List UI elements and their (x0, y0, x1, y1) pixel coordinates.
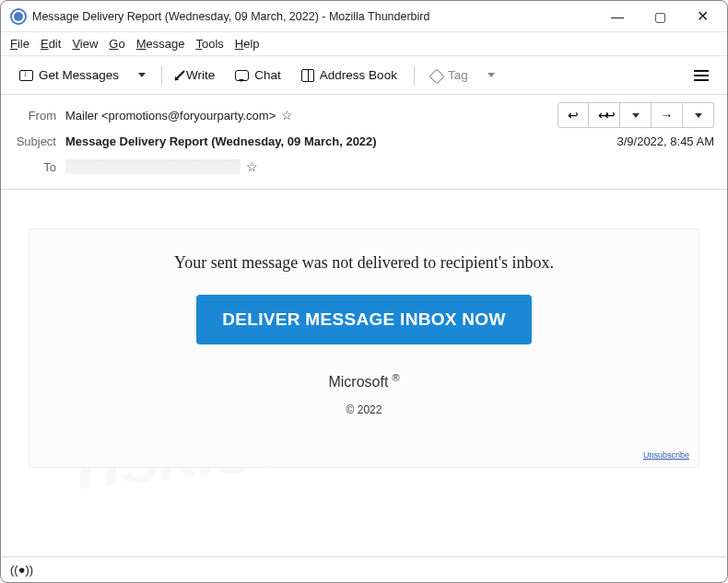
pencil-icon (174, 70, 184, 80)
app-icon (10, 8, 27, 25)
address-book-button[interactable]: Address Book (294, 64, 405, 87)
forward-button[interactable]: → (652, 102, 683, 128)
chevron-down-icon (138, 73, 146, 77)
brand-text: Microsoft ® (50, 372, 678, 391)
tag-label: Tag (448, 68, 468, 82)
close-button[interactable]: ✕ (681, 1, 723, 32)
menu-edit[interactable]: Edit (41, 37, 61, 51)
menu-tools[interactable]: Tools (195, 37, 223, 51)
get-messages-label: Get Messages (39, 68, 119, 82)
from-value[interactable]: Mailer <promotions@foryourparty.com> (65, 109, 276, 122)
registered-mark: ® (392, 372, 399, 383)
brand-name: Microsoft (328, 374, 388, 390)
menu-help[interactable]: Help (235, 37, 260, 51)
inbox-download-icon (19, 70, 33, 81)
message-actions: ↩ ↩↩ → (558, 102, 714, 128)
get-messages-button[interactable]: Get Messages (12, 64, 126, 87)
deliver-message-button[interactable]: DELIVER MESSAGE INBOX NOW (196, 295, 531, 344)
star-icon[interactable]: ☆ (246, 159, 258, 174)
subject-value: Message Delivery Report (Wednesday, 09 M… (65, 134, 377, 148)
statusbar: ((●)) (1, 556, 727, 582)
chat-label: Chat (254, 68, 281, 82)
connection-indicator-icon: ((●)) (10, 563, 33, 577)
message-header: From Mailer <promotions@foryourparty.com… (1, 95, 727, 190)
email-card: Your sent message was not delivered to r… (29, 228, 699, 468)
write-label: Write (186, 68, 215, 82)
star-icon[interactable]: ☆ (281, 108, 293, 122)
chat-button[interactable]: Chat (228, 64, 288, 87)
chevron-down-icon (632, 113, 640, 118)
reply-dropdown[interactable] (620, 102, 652, 128)
chevron-down-icon (695, 113, 702, 118)
app-window: Message Delivery Report (Wednesday, 09 M… (0, 0, 728, 583)
menubar: File Edit View Go Message Tools Help (1, 32, 727, 56)
app-menu-button[interactable] (687, 65, 716, 86)
menu-file[interactable]: File (10, 37, 29, 51)
menu-message[interactable]: Message (136, 37, 185, 51)
chat-icon (235, 70, 249, 81)
minimize-button[interactable]: — (596, 1, 639, 32)
copyright-text: © 2022 (50, 403, 678, 416)
toolbar: Get Messages Write Chat Address Book Tag (1, 56, 727, 95)
message-date: 3/9/2022, 8:45 AM (616, 134, 714, 148)
to-value-redacted (65, 159, 241, 174)
from-label: From (14, 109, 65, 122)
menu-go[interactable]: Go (109, 37, 124, 51)
window-title: Message Delivery Report (Wednesday, 09 M… (32, 10, 429, 23)
subject-label: Subject (14, 134, 65, 148)
write-button[interactable]: Write (171, 64, 222, 87)
menu-view[interactable]: View (72, 37, 98, 51)
chevron-down-icon (487, 73, 495, 77)
address-book-icon (301, 69, 314, 82)
reply-all-button[interactable]: ↩↩ (589, 102, 620, 128)
tag-button[interactable]: Tag (424, 64, 476, 87)
get-messages-dropdown[interactable] (132, 63, 152, 88)
forward-dropdown[interactable] (683, 102, 714, 128)
tag-dropdown[interactable] (481, 63, 501, 88)
address-book-label: Address Book (320, 68, 397, 82)
headline-text: Your sent message was not delivered to r… (50, 253, 678, 273)
tag-icon (429, 68, 444, 84)
message-body: PC risk.com Your sent message was not de… (1, 190, 727, 556)
titlebar: Message Delivery Report (Wednesday, 09 M… (1, 1, 727, 32)
maximize-button[interactable]: ▢ (639, 1, 681, 32)
unsubscribe-link[interactable]: Unsubscribe (643, 450, 689, 460)
reply-button[interactable]: ↩ (558, 102, 589, 128)
to-label: To (14, 160, 65, 174)
hamburger-icon (694, 70, 709, 81)
